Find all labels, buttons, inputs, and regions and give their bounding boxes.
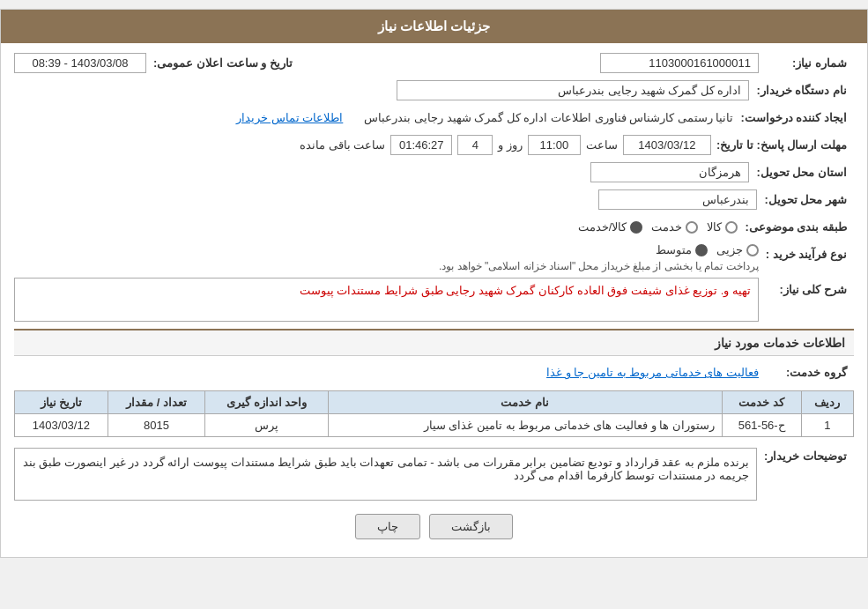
need-number-label: شماره نیاز: (766, 52, 854, 74)
service-group-label: گروه خدمت: (766, 361, 854, 383)
table-cell-quantity: 8015 (108, 414, 205, 437)
proc-motavasset[interactable]: متوسط (656, 243, 708, 256)
table-cell-date: 1403/03/12 (15, 414, 108, 437)
proc-note: پرداخت تمام یا بخشی از مبلغ خریداز محل "… (439, 260, 759, 272)
province-label: استان محل تحویل: (756, 161, 854, 183)
announce-date-value: 1403/03/08 - 08:39 (14, 53, 146, 73)
deadline-label: مهلت ارسال پاسخ: تا تاریخ: (716, 134, 854, 156)
print-button[interactable]: چاپ (355, 514, 420, 539)
radio-kala (725, 221, 738, 234)
table-cell-unit: پرس (205, 414, 328, 437)
deadline-days-value: 4 (457, 135, 493, 155)
category-khedmat[interactable]: خدمت (651, 220, 698, 234)
table-cell-name: رستوران ها و فعالیت های خدماتی مربوط به … (328, 414, 722, 437)
buyer-notes-value: برنده ملزم به عقد قرارداد و تودیع تضامین… (14, 448, 757, 501)
deadline-time-value: 11:00 (528, 135, 581, 155)
deadline-date: 1403/03/12 (623, 135, 711, 155)
radio-motavasset (695, 244, 708, 256)
buttons-row: بازگشت چاپ (14, 514, 854, 539)
description-label: شرح کلی نیاز: (766, 278, 854, 301)
proc-type-label: نوع فرآیند خرید : (766, 243, 854, 265)
buyer-org-value: اداره کل گمرک شهید رجایی بندرعباس (397, 80, 749, 100)
creator-label: ایجاد کننده درخواست: (740, 107, 854, 129)
description-value: تهیه و. توزیع غذای شیفت فوق العاده کارکن… (14, 278, 759, 322)
proc-motavasset-label: متوسط (656, 243, 692, 256)
category-kala-khedmat[interactable]: کالا/خدمت (578, 220, 643, 234)
category-khedmat-label: خدمت (651, 220, 682, 234)
col-header-code: کد خدمت (722, 391, 801, 414)
page-header: جزئیات اطلاعات نیاز (1, 10, 867, 43)
province-value: هرمزگان (590, 162, 749, 182)
col-header-qty: تعداد / مقدار (108, 391, 205, 414)
proc-jozi-label: جزیی (716, 243, 743, 256)
services-table: ردیف کد خدمت نام خدمت واحد اندازه گیری ت… (14, 390, 854, 437)
table-cell-row: 1 (801, 414, 853, 437)
proc-jozi[interactable]: جزیی (716, 243, 759, 256)
category-kala-label: کالا (707, 220, 722, 234)
radio-jozi (746, 244, 759, 256)
deadline-days-label: روز و (498, 138, 523, 152)
table-row: 1ح-56-561رستوران ها و فعالیت های خدماتی … (15, 414, 854, 437)
deadline-time-label: ساعت (586, 138, 618, 152)
contact-link[interactable]: اطلاعات تماس خریدار (236, 111, 343, 124)
table-cell-code: ح-56-561 (722, 414, 801, 437)
city-label: شهر محل تحویل: (764, 189, 854, 211)
buyer-notes-label: توضیحات خریدار: (764, 444, 854, 467)
radio-khedmat (686, 221, 698, 234)
col-header-date: تاریخ نیاز (15, 391, 108, 414)
deadline-remaining-value: 01:46:27 (390, 135, 452, 155)
need-number-value: 1103000161000011 (600, 53, 759, 73)
buyer-org-label: نام دستگاه خریدار: (756, 79, 854, 101)
back-button[interactable]: بازگشت (429, 514, 513, 539)
service-group-value[interactable]: فعالیت های خدماتی مربوط به تامین جا و غذ… (546, 366, 759, 379)
radio-kala-khedmat (630, 221, 642, 234)
services-section-header: اطلاعات خدمات مورد نیاز (14, 329, 854, 356)
creator-value: تانیا رستمی کارشناس فناوری اطلاعات اداره… (364, 111, 733, 124)
col-header-row: ردیف (801, 391, 853, 414)
col-header-unit: واحد اندازه گیری (205, 391, 328, 414)
category-kala[interactable]: کالا (707, 220, 738, 234)
col-header-name: نام خدمت (328, 391, 722, 414)
deadline-remaining-label: ساعت باقی مانده (300, 138, 385, 152)
category-kala-khedmat-label: کالا/خدمت (578, 220, 627, 234)
category-options: کالا خدمت کالا/خدمت (578, 220, 738, 234)
category-label: طبقه بندی موضوعی: (745, 216, 854, 238)
page-title: جزئیات اطلاعات نیاز (378, 19, 490, 33)
proc-options: جزیی متوسط (439, 243, 759, 256)
announce-date-label: تاریخ و ساعت اعلان عمومی: (153, 52, 303, 74)
city-value: بندرعباس (598, 189, 757, 210)
